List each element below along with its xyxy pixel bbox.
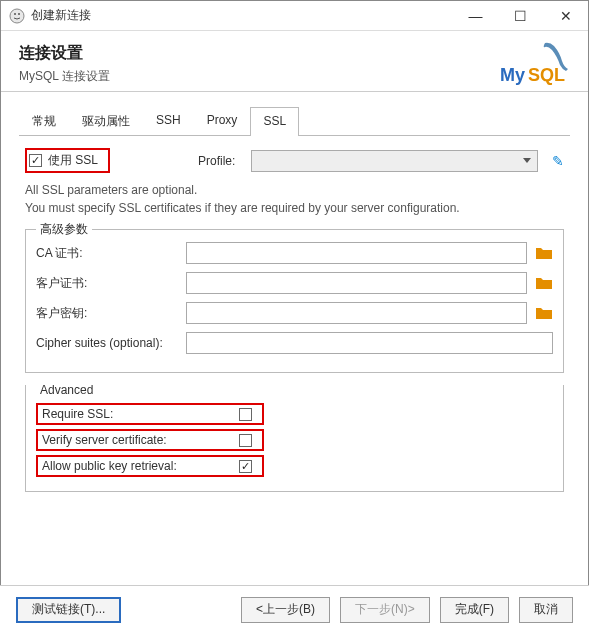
svg-text:My: My (500, 65, 525, 85)
help-text-2: You must specify SSL certificates if the… (25, 199, 564, 217)
require-ssl-highlight: Require SSL: (36, 403, 264, 425)
verify-cert-highlight: Verify server certificate: (36, 429, 264, 451)
mysql-logo: My SQL (500, 41, 570, 92)
verify-cert-label: Verify server certificate: (42, 433, 239, 447)
svg-point-0 (10, 9, 24, 23)
tab-driver[interactable]: 驱动属性 (69, 106, 143, 135)
cipher-label: Cipher suites (optional): (36, 336, 186, 350)
svg-text:SQL: SQL (528, 65, 565, 85)
tabs: 常规 驱动属性 SSH Proxy SSL (19, 106, 570, 136)
tab-ssh[interactable]: SSH (143, 106, 194, 135)
require-ssl-checkbox[interactable] (239, 408, 252, 421)
client-key-input[interactable] (186, 302, 527, 324)
folder-icon[interactable] (535, 245, 553, 261)
advanced-legend: 高级参数 (36, 221, 92, 238)
app-icon (9, 8, 25, 24)
close-button[interactable]: ✕ (543, 1, 588, 31)
use-ssl-checkbox[interactable] (29, 154, 42, 167)
profile-label: Profile: (198, 154, 235, 168)
allow-pkr-label: Allow public key retrieval: (42, 459, 239, 473)
client-cert-input[interactable] (186, 272, 527, 294)
page-subtitle: MySQL 连接设置 (19, 68, 570, 85)
verify-cert-checkbox[interactable] (239, 434, 252, 447)
header: 连接设置 MySQL 连接设置 My SQL (1, 31, 588, 92)
folder-icon[interactable] (535, 305, 553, 321)
titlebar: 创建新连接 — ☐ ✕ (1, 1, 588, 31)
next-button: 下一步(N)> (340, 597, 430, 623)
advanced2-legend: Advanced (36, 383, 97, 397)
allow-pkr-highlight: Allow public key retrieval: (36, 455, 264, 477)
tab-ssl[interactable]: SSL (250, 107, 299, 136)
tab-proxy[interactable]: Proxy (194, 106, 251, 135)
window-title: 创建新连接 (31, 7, 453, 24)
profile-select[interactable] (251, 150, 538, 172)
cipher-input[interactable] (186, 332, 553, 354)
minimize-button[interactable]: — (453, 1, 498, 31)
page-title: 连接设置 (19, 43, 570, 64)
ca-cert-label: CA 证书: (36, 245, 186, 262)
use-ssl-highlight: 使用 SSL (25, 148, 110, 173)
svg-point-1 (14, 13, 16, 15)
allow-pkr-checkbox[interactable] (239, 460, 252, 473)
edit-icon[interactable]: ✎ (552, 153, 564, 169)
advanced-params-fieldset: 高级参数 CA 证书: 客户证书: 客户密钥: Cipher suites (o… (25, 229, 564, 373)
tab-general[interactable]: 常规 (19, 106, 69, 135)
advanced-fieldset: Advanced Require SSL: Verify server cert… (25, 385, 564, 492)
footer: 测试链接(T)... <上一步(B) 下一步(N)> 完成(F) 取消 (0, 585, 589, 633)
finish-button[interactable]: 完成(F) (440, 597, 509, 623)
client-key-label: 客户密钥: (36, 305, 186, 322)
require-ssl-label: Require SSL: (42, 407, 239, 421)
maximize-button[interactable]: ☐ (498, 1, 543, 31)
client-cert-label: 客户证书: (36, 275, 186, 292)
svg-point-2 (18, 13, 20, 15)
cancel-button[interactable]: 取消 (519, 597, 573, 623)
folder-icon[interactable] (535, 275, 553, 291)
use-ssl-label: 使用 SSL (48, 152, 98, 169)
back-button[interactable]: <上一步(B) (241, 597, 330, 623)
ca-cert-input[interactable] (186, 242, 527, 264)
test-button[interactable]: 测试链接(T)... (16, 597, 121, 623)
help-text-1: All SSL parameters are optional. (25, 181, 564, 199)
